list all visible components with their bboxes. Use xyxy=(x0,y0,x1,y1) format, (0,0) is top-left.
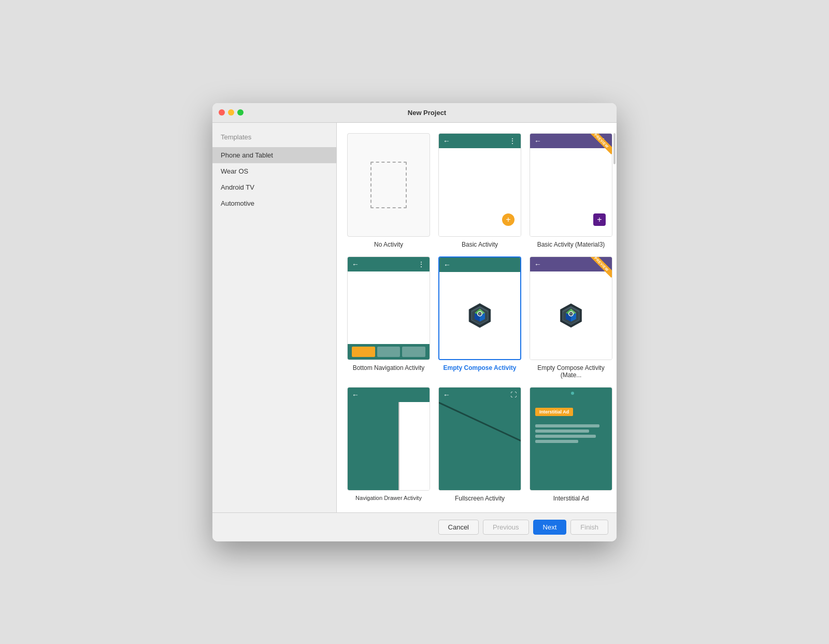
back-arrow-nav-icon: ← xyxy=(352,260,359,268)
back-arrow-fullscreen-icon: ← xyxy=(443,391,450,399)
phone-body-fullscreen xyxy=(439,402,521,490)
template-empty-compose[interactable]: ← xyxy=(438,256,521,379)
interstitial-line-3 xyxy=(535,435,596,438)
templates-grid: No Activity ← ⋮ + xyxy=(347,133,606,502)
phone-mockup-compose: ← xyxy=(439,257,520,359)
interstitial-content: Interstitial Ad xyxy=(535,406,607,443)
phone-mockup-fullscreen: ← ⛶ xyxy=(439,388,521,490)
diagonal-overlay xyxy=(439,402,521,490)
template-interstitial-ad[interactable]: Interstitial Ad Interstitial Ad xyxy=(530,387,612,502)
svg-point-10 xyxy=(479,313,480,314)
template-empty-compose-m3[interactable]: ← xyxy=(530,256,612,379)
template-empty-compose-m3-label: Empty Compose Activity (Mate... xyxy=(530,364,612,379)
template-interstitial-ad-preview: Interstitial Ad xyxy=(530,387,612,491)
preview-badge-compose-m3: PREVIEW xyxy=(586,257,612,283)
interstitial-preview-content: Interstitial Ad xyxy=(530,388,612,490)
phone-body-compose xyxy=(439,272,520,359)
template-basic-activity-m3-preview: ← ⋮ + PREVIEW xyxy=(530,133,612,237)
template-no-activity-preview xyxy=(347,133,430,237)
template-basic-activity-m3-label: Basic Activity (Material3) xyxy=(537,241,605,248)
fullscreen-icon: ⛶ xyxy=(510,391,517,398)
back-arrow-m3-icon: ← xyxy=(534,137,541,145)
phone-mockup-bottom-nav: ← ⋮ xyxy=(348,257,430,360)
preview-badge-compose-m3-text: PREVIEW xyxy=(588,257,612,278)
phone-mockup-basic: ← ⋮ + xyxy=(439,134,521,236)
footer: Cancel Previous Next Finish xyxy=(212,512,617,541)
interstitial-line-2 xyxy=(535,430,589,433)
phone-body-compose-m3 xyxy=(530,271,612,360)
bottom-nav-tab-1 xyxy=(352,347,375,357)
interstitial-line-4 xyxy=(535,440,578,443)
android-studio-icon xyxy=(467,303,493,328)
sidebar: Templates Phone and Tablet Wear OS Andro… xyxy=(212,123,337,512)
drawer-panel xyxy=(348,402,398,490)
template-fullscreen-label: Fullscreen Activity xyxy=(455,495,505,502)
diagonal-line xyxy=(439,402,521,447)
titlebar: New Project xyxy=(212,103,617,123)
sidebar-heading: Templates xyxy=(212,131,336,147)
template-empty-compose-m3-preview: ← xyxy=(530,256,612,360)
template-basic-activity[interactable]: ← ⋮ + Basic Activity xyxy=(438,133,521,248)
scrollbar-thumb[interactable] xyxy=(613,133,616,164)
minimize-button[interactable] xyxy=(228,109,234,116)
scrollbar-track[interactable] xyxy=(612,123,617,512)
next-button[interactable]: Next xyxy=(533,520,567,535)
svg-point-20 xyxy=(570,313,571,314)
bottom-nav-tab-3 xyxy=(402,347,425,357)
previous-button[interactable]: Previous xyxy=(483,520,529,535)
preview-badge-text: PREVIEW xyxy=(588,134,612,154)
sidebar-item-android-tv[interactable]: Android TV xyxy=(212,179,336,195)
phone-body-nav xyxy=(348,271,430,344)
template-empty-compose-label: Empty Compose Activity xyxy=(444,364,517,371)
maximize-button[interactable] xyxy=(237,109,244,116)
template-fullscreen[interactable]: ← ⛶ Fullscreen Activity xyxy=(438,387,521,502)
drawer-shadow xyxy=(398,402,399,490)
template-bottom-nav-preview: ← ⋮ xyxy=(347,256,430,360)
template-basic-activity-m3[interactable]: ← ⋮ + PREVIEW Basic Activity (Material3) xyxy=(530,133,612,248)
template-basic-activity-preview: ← ⋮ + xyxy=(438,133,521,237)
template-bottom-nav[interactable]: ← ⋮ Bottom Navigation Activity xyxy=(347,256,430,379)
traffic-lights xyxy=(219,109,244,116)
template-drawer-nav-preview: ← xyxy=(347,387,430,491)
template-drawer-nav-label: Navigation Drawer Activity xyxy=(355,495,422,501)
template-fullscreen-preview: ← ⛶ xyxy=(438,387,521,491)
interstitial-line-1 xyxy=(535,424,599,427)
new-project-window: New Project Templates Phone and Tablet W… xyxy=(212,103,617,541)
drawer-preview-content: ← xyxy=(348,388,430,490)
dashed-rectangle xyxy=(370,162,407,208)
cancel-button[interactable]: Cancel xyxy=(438,520,479,535)
bottom-nav-tab-2 xyxy=(377,347,401,357)
sidebar-item-wear-os[interactable]: Wear OS xyxy=(212,163,336,179)
template-interstitial-ad-label: Interstitial Ad xyxy=(553,495,589,502)
template-drawer-nav[interactable]: ← Navigation Drawer Activity xyxy=(347,387,430,502)
back-arrow-compose-icon: ← xyxy=(444,261,451,269)
bottom-nav-bar xyxy=(348,344,430,360)
drawer-back-icon: ← xyxy=(352,391,359,399)
finish-button[interactable]: Finish xyxy=(570,520,608,535)
close-button[interactable] xyxy=(219,109,225,116)
template-no-activity-label: No Activity xyxy=(374,241,403,248)
drawer-topbar: ← xyxy=(348,388,430,402)
sidebar-item-automotive[interactable]: Automotive xyxy=(212,195,336,211)
main-content: Templates Phone and Tablet Wear OS Andro… xyxy=(212,123,617,512)
template-bottom-nav-label: Bottom Navigation Activity xyxy=(353,364,425,371)
interstitial-lines xyxy=(535,424,607,443)
menu-dots-nav-icon: ⋮ xyxy=(418,260,425,268)
phone-body-basic: + xyxy=(439,148,521,236)
template-basic-activity-label: Basic Activity xyxy=(462,241,498,248)
back-arrow-icon: ← xyxy=(443,137,450,145)
interstitial-ad-badge: Interstitial Ad xyxy=(535,408,573,416)
templates-area: No Activity ← ⋮ + xyxy=(337,123,617,512)
interstitial-dot xyxy=(571,392,574,395)
preview-badge-m3: PREVIEW xyxy=(586,134,612,160)
template-no-activity[interactable]: No Activity xyxy=(347,133,430,248)
back-arrow-compose-m3-icon: ← xyxy=(534,260,541,268)
phone-body-m3: + xyxy=(530,148,612,236)
template-empty-compose-preview: ← xyxy=(438,256,521,360)
fab-button: + xyxy=(502,213,514,226)
android-studio-icon-m3 xyxy=(558,303,584,328)
menu-dots-icon: ⋮ xyxy=(509,137,517,145)
sidebar-item-phone-tablet[interactable]: Phone and Tablet xyxy=(212,147,336,163)
window-title: New Project xyxy=(244,109,610,117)
